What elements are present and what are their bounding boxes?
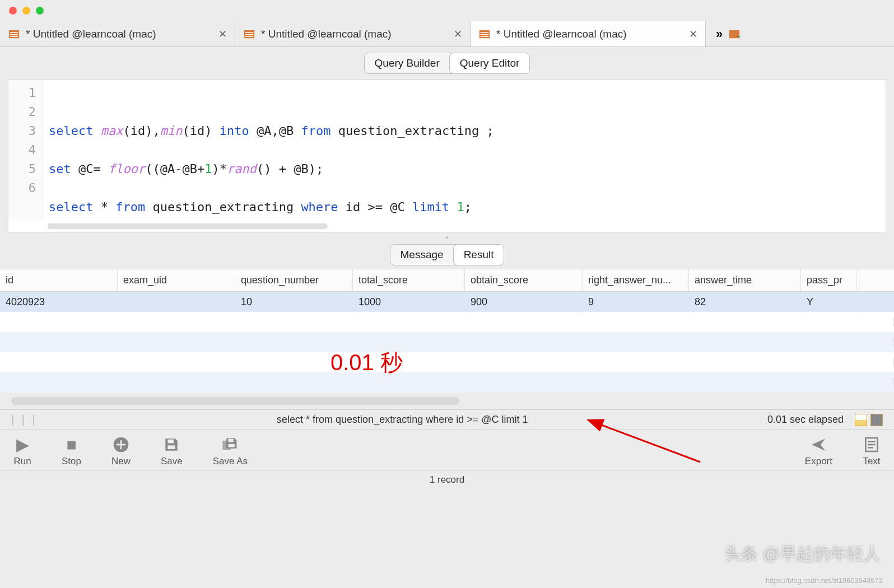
save-as-button[interactable]: Save As [213, 436, 248, 467]
column-answer-time[interactable]: answer_time [689, 269, 801, 291]
svg-rect-22 [229, 444, 235, 447]
plus-circle-icon [112, 436, 130, 454]
svg-rect-19 [168, 440, 174, 444]
tab-label: * Untitled @learncoal (mac) [26, 28, 156, 40]
tab-1[interactable]: * Untitled @learncoal (mac) ✕ [235, 21, 471, 46]
query-editor-button[interactable]: Query Editor [450, 53, 530, 73]
text-button[interactable]: Text [863, 436, 881, 467]
mode-toggle-bar: Query Builder Query Editor [0, 47, 894, 80]
tab-label: * Untitled @learncoal (mac) [496, 28, 627, 40]
svg-rect-20 [168, 445, 175, 449]
sql-editor[interactable]: 123456 select max(id),min(id) into @A,@B… [8, 80, 886, 220]
play-icon: ▶ [13, 436, 31, 454]
cell-obtain-score[interactable]: 900 [465, 291, 583, 313]
save-button[interactable]: Save [161, 436, 183, 467]
column-id[interactable]: id [0, 269, 118, 291]
svg-rect-2 [10, 34, 18, 35]
cell-total-score[interactable]: 1000 [353, 291, 465, 313]
tabbar: * Untitled @learncoal (mac) ✕ * Untitled… [0, 21, 894, 47]
editor-panel: 123456 select max(id),min(id) into @A,@B… [8, 80, 886, 233]
editor-scrollbar[interactable] [48, 223, 328, 229]
table-row[interactable]: 4020923 10 1000 900 9 82 Y [0, 292, 894, 312]
column-obtain-score[interactable]: obtain_score [465, 269, 583, 291]
new-button[interactable]: New [111, 436, 131, 467]
titlebar [0, 0, 894, 21]
tab-0[interactable]: * Untitled @learncoal (mac) ✕ [0, 21, 235, 46]
footer-record-count: 1 record [0, 470, 894, 489]
line-gutter: 123456 [8, 80, 43, 220]
column-right-answer[interactable]: right_answer_nu... [583, 269, 689, 291]
svg-rect-7 [245, 36, 254, 36]
cell-right-answer[interactable]: 9 [583, 291, 689, 313]
detail-view-icon[interactable] [870, 414, 883, 426]
svg-text:+: + [737, 33, 741, 40]
close-icon[interactable]: ✕ [688, 30, 697, 39]
run-button[interactable]: ▶ Run [13, 436, 31, 467]
save-as-icon [221, 436, 239, 454]
stop-icon: ■ [62, 436, 80, 454]
statusbar: | | | select * from question_extracting … [0, 409, 894, 430]
svg-rect-21 [229, 439, 234, 442]
column-total-score[interactable]: total_score [353, 269, 465, 291]
tab-2[interactable]: * Untitled @learncoal (mac) ✕ [471, 21, 706, 46]
new-query-icon[interactable]: + [728, 28, 741, 40]
tab-label: * Untitled @learncoal (mac) [261, 28, 392, 40]
cell-pass-pr[interactable]: Y [801, 291, 857, 313]
close-window-button[interactable] [9, 7, 17, 15]
result-grid[interactable]: 4020923 10 1000 900 9 82 Y [0, 292, 894, 393]
stop-button[interactable]: ■ Stop [62, 436, 81, 467]
svg-rect-9 [481, 32, 489, 32]
cell-id[interactable]: 4020923 [0, 291, 118, 313]
mode-segmented-control: Query Builder Query Editor [364, 53, 530, 74]
result-toggle-bar: Message Result [0, 241, 894, 269]
text-icon [863, 436, 881, 454]
watermark: 头条 @早起的年轻人 [724, 543, 881, 566]
close-icon[interactable]: ✕ [218, 30, 227, 39]
table-row [0, 372, 894, 393]
minimize-window-button[interactable] [22, 7, 30, 15]
result-button[interactable]: Result [454, 245, 504, 265]
result-header: id exam_uid question_number total_score … [0, 269, 894, 292]
code-area[interactable]: select max(id),min(id) into @A,@B from q… [43, 80, 886, 220]
query-tab-icon [8, 28, 20, 40]
watermark-url: https://blog.csdn.net/zl18603543572 [766, 576, 883, 585]
column-pass-pr[interactable]: pass_pr [801, 269, 857, 291]
result-segmented-control: Message Result [390, 244, 505, 265]
table-row [0, 352, 894, 372]
result-scrollbar[interactable] [11, 397, 459, 405]
status-elapsed: 0.01 sec elapsed [767, 414, 844, 426]
export-icon [809, 436, 827, 454]
export-button[interactable]: Export [805, 436, 832, 467]
message-button[interactable]: Message [390, 245, 454, 265]
column-question-number[interactable]: question_number [235, 269, 353, 291]
grid-view-icon[interactable] [855, 414, 867, 426]
maximize-window-button[interactable] [36, 7, 44, 15]
status-query: select * from question_extracting where … [49, 414, 756, 426]
svg-rect-18 [117, 444, 125, 446]
query-builder-button[interactable]: Query Builder [365, 53, 450, 73]
query-tab-icon [478, 28, 491, 40]
save-icon [162, 436, 180, 454]
query-tab-icon [243, 28, 255, 40]
cell-question-number[interactable]: 10 [235, 291, 353, 313]
cell-answer-time[interactable]: 82 [689, 291, 801, 313]
svg-rect-6 [245, 34, 254, 35]
svg-rect-11 [481, 36, 489, 36]
svg-rect-5 [245, 32, 254, 32]
svg-rect-3 [10, 36, 18, 36]
splitter[interactable]: ● [0, 233, 894, 241]
position-ticks: | | | [11, 413, 38, 426]
close-icon[interactable]: ✕ [453, 30, 462, 39]
table-row [0, 312, 894, 332]
svg-rect-10 [481, 34, 489, 35]
cell-exam-uid[interactable] [118, 297, 235, 307]
svg-rect-1 [10, 32, 18, 32]
column-exam-uid[interactable]: exam_uid [118, 269, 235, 291]
tab-overflow[interactable]: » + [706, 21, 751, 46]
table-row [0, 332, 894, 352]
overflow-icon: » [716, 27, 723, 41]
toolbar: ▶ Run ■ Stop New Save Save As Export Tex… [0, 430, 894, 470]
